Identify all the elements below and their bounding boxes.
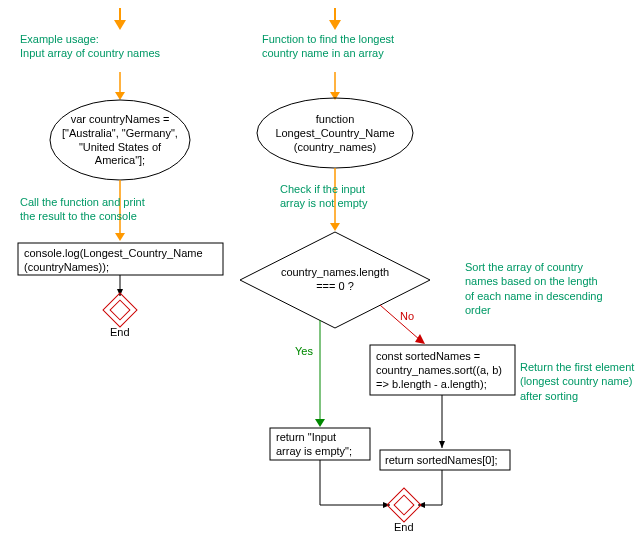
svg-rect-7	[103, 293, 137, 327]
svg-marker-14	[330, 223, 340, 231]
annotation-return-first: Return the first element (longest countr…	[520, 360, 640, 403]
node-end-right	[387, 488, 421, 522]
text-sort: const sortedNames = country_names.sort((…	[376, 350, 511, 391]
start-marker-left	[114, 8, 126, 30]
edge-label-yes: Yes	[295, 345, 313, 357]
annotation-check-empty: Check if the input array is not empty	[280, 182, 410, 211]
annotation-example-usage: Example usage: Input array of country na…	[20, 32, 200, 61]
svg-marker-18	[415, 334, 425, 344]
node-end-left	[103, 293, 137, 327]
edge-label-no: No	[400, 310, 414, 322]
start-marker-right	[329, 8, 341, 30]
text-decision: country_names.length === 0 ?	[272, 266, 398, 294]
end-text-left: End	[110, 326, 130, 338]
svg-rect-20	[387, 488, 421, 522]
text-var-decl: var countryNames = ["Australia", "German…	[60, 113, 180, 168]
annotation-sort-desc: Sort the array of country names based on…	[465, 260, 625, 317]
annotation-call-func: Call the function and print the result t…	[20, 195, 200, 224]
svg-marker-3	[115, 92, 125, 100]
svg-marker-1	[114, 20, 126, 30]
svg-rect-8	[110, 300, 130, 320]
text-console-log: console.log(Longest_Country_Name (countr…	[24, 247, 219, 275]
svg-rect-21	[394, 495, 414, 515]
svg-marker-12	[330, 92, 340, 100]
end-text-right: End	[394, 521, 414, 533]
svg-marker-10	[329, 20, 341, 30]
svg-marker-5	[115, 233, 125, 241]
svg-marker-16	[315, 419, 325, 427]
text-return-first: return sortedNames[0];	[385, 454, 510, 468]
text-func-decl: function Longest_Country_Name (country_n…	[270, 113, 400, 154]
annotation-func-desc: Function to find the longest country nam…	[262, 32, 442, 61]
text-return-empty: return "Input array is empty";	[276, 431, 366, 459]
